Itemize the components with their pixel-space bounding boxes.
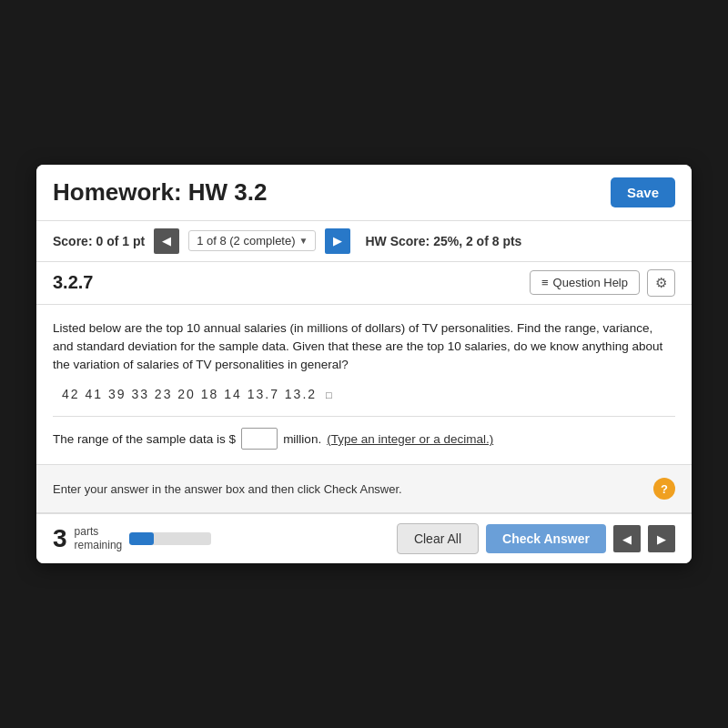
prev-page-button[interactable]: ◀ — [154, 228, 179, 254]
dropdown-arrow-icon: ▼ — [299, 236, 308, 246]
answer-row: The range of the sample data is $ millio… — [53, 416, 675, 450]
question-header: 3.2.7 ≡ Question Help ⚙ — [36, 262, 692, 305]
check-answer-button[interactable]: Check Answer — [486, 524, 606, 553]
score-row: Score: 0 of 1 pt ◀ 1 of 8 (2 complete) ▼… — [36, 221, 692, 262]
page-title: Homework: HW 3.2 — [53, 178, 268, 207]
next-page-button[interactable]: ▶ — [325, 228, 350, 254]
parts-number: 3 — [53, 524, 67, 553]
question-help-button[interactable]: ≡ Question Help — [530, 270, 640, 295]
header: Homework: HW 3.2 Save — [36, 165, 692, 221]
main-content: Listed below are the top 10 annual salar… — [36, 305, 692, 466]
instruction-text: Enter your answer in the answer box and … — [53, 482, 402, 496]
list-icon: ≡ — [541, 276, 549, 289]
question-help-area: ≡ Question Help ⚙ — [530, 269, 675, 297]
footer-prev-button[interactable]: ◀ — [613, 525, 641, 552]
clear-all-button[interactable]: Clear All — [397, 523, 479, 554]
answer-prefix: The range of the sample data is $ — [53, 432, 236, 446]
parts-label: parts remaining — [75, 525, 123, 553]
question-text: Listed below are the top 10 annual salar… — [53, 319, 675, 375]
answer-suffix: million. — [283, 432, 321, 446]
parts-remaining: 3 parts remaining — [53, 524, 211, 553]
help-circle-button[interactable]: ? — [653, 478, 675, 500]
answer-note: (Type an integer or a decimal.) — [327, 432, 493, 446]
hw-score: HW Score: 25%, 2 of 8 pts — [365, 234, 521, 248]
answer-input[interactable] — [241, 428, 278, 450]
instruction-area: Enter your answer in the answer box and … — [36, 465, 692, 513]
score-label: Score: 0 of 1 pt — [53, 234, 145, 248]
homework-container: Homework: HW 3.2 Save Score: 0 of 1 pt ◀… — [36, 165, 692, 564]
save-button[interactable]: Save — [611, 177, 675, 207]
footer-buttons: Clear All Check Answer ◀ ▶ — [397, 523, 675, 554]
score-value: 0 of 1 pt — [96, 234, 145, 248]
footer: 3 parts remaining Clear All Check Answer… — [36, 513, 692, 563]
progress-bar — [129, 532, 211, 545]
progress-bar-fill — [129, 532, 154, 545]
data-values: 42 41 39 33 23 20 18 14 13.7 13.2 □ — [53, 387, 675, 401]
page-info[interactable]: 1 of 8 (2 complete) ▼ — [188, 230, 316, 251]
footer-next-button[interactable]: ▶ — [648, 525, 675, 552]
settings-button[interactable]: ⚙ — [647, 269, 675, 297]
question-number: 3.2.7 — [53, 272, 93, 293]
copy-icon[interactable]: □ — [326, 389, 334, 400]
